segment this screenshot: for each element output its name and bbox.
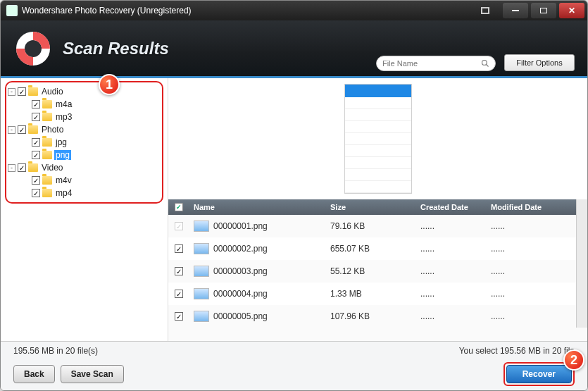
row-checkbox[interactable]: [175, 290, 183, 298]
file-size: 1.33 MB: [330, 289, 420, 299]
tree-node-photo[interactable]: - Photo: [8, 123, 159, 136]
lifering-icon: [13, 29, 53, 68]
svg-line-3: [487, 65, 489, 67]
body: 1 - Audio m4a: [1, 78, 587, 341]
tree-highlight-box: - Audio m4a mp3: [5, 81, 163, 204]
file-created: ......: [420, 266, 491, 276]
tree-label: Audio: [40, 87, 65, 97]
folder-icon: [42, 100, 52, 108]
tree-label: mp4: [54, 188, 73, 198]
list-scrollbar[interactable]: [576, 199, 587, 328]
row-checkbox[interactable]: [175, 244, 183, 253]
recover-highlight-box: Recover 2: [503, 362, 575, 386]
minimize-button[interactable]: [503, 3, 528, 18]
collapse-icon[interactable]: -: [8, 88, 15, 96]
row-checkbox[interactable]: [175, 312, 183, 321]
tree-checkbox[interactable]: [32, 113, 40, 121]
tree-checkbox[interactable]: [32, 100, 40, 108]
tree-node-audio[interactable]: - Audio: [8, 85, 159, 98]
tree-label: mp3: [54, 112, 73, 122]
file-created: ......: [420, 244, 491, 254]
file-thumb-icon: [194, 221, 209, 232]
maximize-button[interactable]: [531, 3, 556, 18]
file-modified: ......: [491, 289, 576, 299]
tree-label: jpg: [54, 137, 68, 147]
tree-checkbox[interactable]: [18, 87, 26, 96]
file-modified: ......: [491, 221, 576, 231]
file-modified: ......: [491, 266, 576, 276]
callout-badge-1: 1: [99, 74, 120, 95]
file-name: 00000001.png: [213, 221, 268, 231]
tree-label-selected: png: [54, 150, 71, 160]
status-bar: 195.56 MB in 20 file(s) You select 195.5…: [13, 346, 575, 356]
collapse-icon[interactable]: -: [8, 164, 15, 172]
tree-checkbox[interactable]: [32, 176, 40, 185]
file-row[interactable]: 00000004.png 1.33 MB ...... ......: [168, 283, 576, 305]
svg-point-2: [482, 61, 487, 66]
tree-node-video[interactable]: - Video: [8, 161, 159, 174]
tree-node-mp3[interactable]: mp3: [8, 111, 159, 123]
popout-button[interactable]: [475, 3, 496, 18]
tree-checkbox[interactable]: [18, 125, 26, 134]
back-button[interactable]: Back: [13, 365, 55, 383]
header: Scan Results Filter Options: [1, 20, 587, 78]
preview-area: [168, 78, 587, 199]
tree-node-png[interactable]: png: [8, 149, 159, 161]
row-checkbox[interactable]: [175, 267, 183, 275]
filter-options-button[interactable]: Filter Options: [504, 54, 575, 71]
callout-badge-2: 2: [563, 349, 584, 371]
svg-point-1: [25, 40, 42, 57]
column-modified[interactable]: Modified Date: [491, 203, 576, 211]
file-tree: - Audio m4a mp3: [8, 85, 159, 199]
file-list: 00000001.png 79.16 KB ...... ...... 0000…: [168, 215, 576, 328]
main-pane: Name Size Created Date Modified Date 000…: [168, 78, 587, 341]
file-modified: ......: [491, 311, 576, 321]
file-name: 00000004.png: [213, 289, 268, 299]
column-size[interactable]: Size: [330, 203, 420, 211]
close-button[interactable]: ✕: [559, 3, 584, 18]
search-input[interactable]: [382, 59, 481, 68]
tree-node-m4v[interactable]: m4v: [8, 174, 159, 187]
file-row[interactable]: 00000005.png 107.96 KB ...... ......: [168, 305, 576, 328]
file-name: 00000003.png: [213, 266, 268, 276]
file-name: 00000005.png: [213, 311, 268, 321]
select-all-checkbox[interactable]: [175, 203, 183, 211]
recover-button[interactable]: Recover: [506, 365, 572, 383]
tree-checkbox[interactable]: [32, 151, 40, 159]
collapse-icon[interactable]: -: [8, 126, 15, 134]
folder-icon: [42, 113, 52, 121]
save-scan-button[interactable]: Save Scan: [61, 365, 124, 383]
tree-checkbox[interactable]: [18, 163, 26, 172]
footer: 195.56 MB in 20 file(s) You select 195.5…: [1, 341, 587, 390]
file-thumb-icon: [194, 288, 209, 299]
column-name[interactable]: Name: [189, 203, 330, 211]
preview-thumbnail[interactable]: [344, 84, 412, 194]
tree-node-mp4[interactable]: mp4: [8, 187, 159, 199]
file-created: ......: [420, 221, 491, 231]
file-row[interactable]: 00000001.png 79.16 KB ...... ......: [168, 215, 576, 237]
tree-checkbox[interactable]: [32, 138, 40, 147]
status-left: 195.56 MB in 20 file(s): [13, 346, 98, 356]
row-checkbox[interactable]: [175, 222, 183, 230]
folder-icon: [42, 138, 52, 147]
file-size: 55.12 KB: [330, 266, 420, 276]
list-header: Name Size Created Date Modified Date: [168, 199, 576, 215]
folder-icon: [28, 163, 38, 172]
tree-node-m4a[interactable]: m4a: [8, 98, 159, 111]
search-box[interactable]: [376, 56, 496, 71]
column-created[interactable]: Created Date: [420, 203, 491, 211]
app-icon: [6, 5, 18, 16]
file-created: ......: [420, 311, 491, 321]
tree-pane: 1 - Audio m4a: [1, 78, 168, 341]
file-thumb-icon: [194, 311, 209, 322]
tree-checkbox[interactable]: [32, 189, 40, 197]
file-row[interactable]: 00000002.png 655.07 KB ...... ......: [168, 237, 576, 260]
folder-icon: [28, 125, 38, 134]
tree-label: Photo: [40, 125, 65, 135]
folder-icon: [42, 176, 52, 185]
file-size: 79.16 KB: [330, 221, 420, 231]
tree-label: m4a: [54, 99, 73, 109]
file-thumb-icon: [194, 243, 209, 254]
file-row[interactable]: 00000003.png 55.12 KB ...... ......: [168, 260, 576, 283]
tree-node-jpg[interactable]: jpg: [8, 136, 159, 149]
